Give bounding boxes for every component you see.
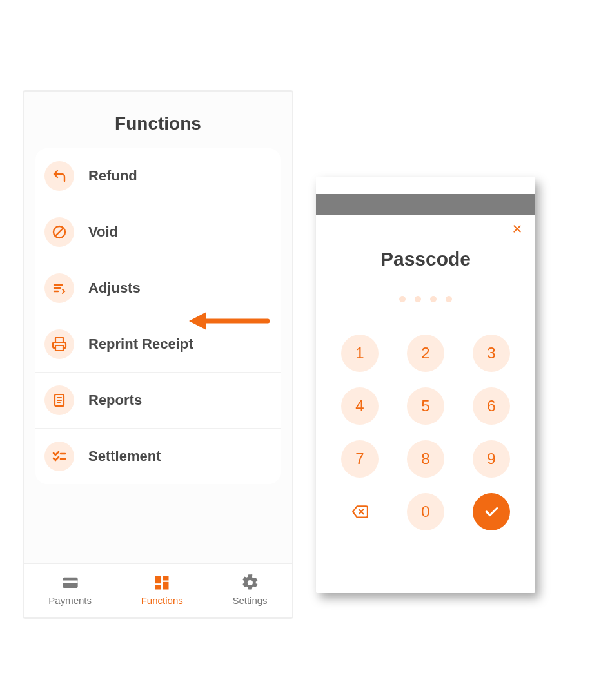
grid-icon [152,573,172,592]
pin-indicator [316,296,535,302]
key-confirm[interactable] [473,493,510,530]
svg-line-1 [55,228,63,236]
adjust-icon [44,273,74,303]
key-4[interactable]: 4 [341,387,379,425]
pin-dot [430,296,437,302]
svg-rect-15 [163,576,168,581]
key-0[interactable]: 0 [407,493,444,530]
function-label: Settlement [88,448,161,465]
key-2[interactable]: 2 [407,335,444,372]
svg-rect-13 [63,581,77,583]
pin-dot [399,296,406,302]
key-backspace[interactable] [341,493,379,530]
gear-icon [241,573,260,592]
header-bar [316,194,535,215]
nav-label: Payments [48,595,92,606]
status-bar [316,177,535,194]
svg-rect-14 [155,576,161,584]
function-label: Adjusts [88,280,141,297]
checklist-icon [44,442,74,471]
key-1[interactable]: 1 [341,335,379,372]
function-label: Void [88,224,118,240]
nav-label: Settings [232,595,267,606]
svg-marker-19 [189,312,206,330]
return-icon [44,161,74,191]
function-label: Refund [88,168,137,184]
bottom-nav: Payments Functions Settings [24,563,292,617]
passcode-screen: Passcode 1 2 3 4 5 6 7 8 9 0 [316,177,535,593]
pin-dot [446,296,452,302]
nav-label: Functions [141,595,183,606]
keypad: 1 2 3 4 5 6 7 8 9 0 [341,335,510,530]
key-7[interactable]: 7 [341,440,379,478]
passcode-title: Passcode [316,248,535,270]
key-6[interactable]: 6 [473,387,510,425]
close-row [316,215,535,235]
nav-settings[interactable]: Settings [232,573,267,606]
function-row-settlement[interactable]: Settlement [35,429,281,484]
svg-rect-5 [55,345,63,351]
function-label: Reports [88,392,142,409]
key-8[interactable]: 8 [407,440,444,478]
key-9[interactable]: 9 [473,440,510,478]
functions-screen: Functions Refund Void Adjusts Reprint Re… [23,90,293,619]
nav-functions[interactable]: Functions [141,573,183,606]
printer-icon [44,329,74,359]
card-icon [61,573,80,592]
key-3[interactable]: 3 [473,335,510,372]
function-row-reports[interactable]: Reports [35,373,281,429]
nav-payments[interactable]: Payments [48,573,92,606]
function-row-refund[interactable]: Refund [35,148,281,204]
prohibit-icon [44,217,74,247]
functions-title: Functions [24,92,292,148]
svg-rect-16 [155,585,161,590]
key-5[interactable]: 5 [407,387,444,425]
svg-rect-17 [163,582,168,590]
function-row-void[interactable]: Void [35,204,281,260]
pin-dot [415,296,421,302]
reports-icon [44,385,74,415]
function-label: Reprint Receipt [88,336,193,353]
annotation-arrow-icon [187,308,271,336]
close-icon[interactable] [511,222,524,235]
